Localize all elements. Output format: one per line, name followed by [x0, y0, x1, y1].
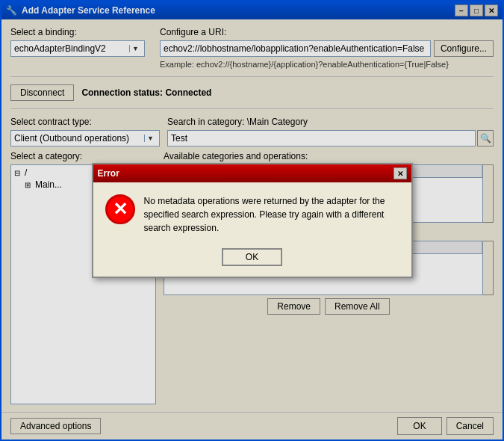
dialog-content: ✕ No metadata operations were returned b…: [93, 182, 411, 244]
error-dialog: Error ✕ ✕ No metadata operations were re…: [92, 163, 413, 278]
dialog-message: No metadata operations were returned by …: [144, 194, 399, 235]
dialog-close-button[interactable]: ✕: [393, 167, 407, 179]
dialog-title-bar: Error ✕: [93, 164, 411, 182]
error-icon: ✕: [105, 194, 135, 224]
dialog-footer: OK: [93, 244, 411, 277]
dialog-overlay: Error ✕ ✕ No metadata operations were re…: [0, 0, 504, 441]
dialog-title: Error: [98, 168, 119, 179]
dialog-ok-button[interactable]: OK: [222, 248, 282, 266]
main-wrapper: 🔧 Add Adapter Service Reference − □ ✕ Se…: [0, 0, 504, 441]
